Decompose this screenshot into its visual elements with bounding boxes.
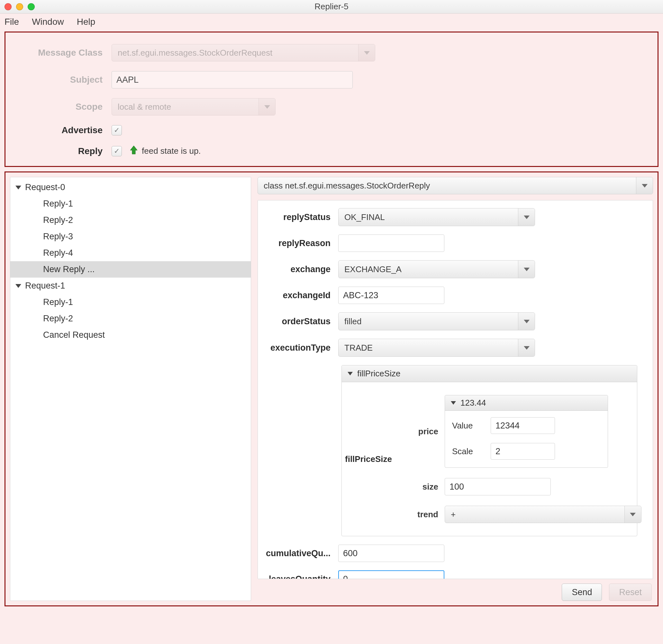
scope-label: Scope [15, 102, 112, 112]
reply-status-combo[interactable]: OK_FINAL [338, 208, 535, 226]
chevron-down-icon [348, 372, 353, 375]
send-button[interactable]: Send [562, 583, 602, 601]
order-status-combo[interactable]: filled [338, 312, 535, 330]
scope-combo: local & remote [112, 98, 276, 115]
chevron-down-icon [518, 261, 535, 278]
feed-status-text: feed state is up. [142, 146, 201, 156]
window-title: Replier-5 [315, 2, 348, 12]
titlebar: Replier-5 [0, 0, 663, 14]
tree-node-label: Request-0 [25, 182, 65, 192]
tree-leaf-new-reply[interactable]: New Reply ... [10, 261, 251, 277]
app-window: Replier-5 File Window Help Message Class… [0, 0, 663, 644]
chevron-down-icon [518, 313, 535, 330]
price-subgroup-header[interactable]: 123.44 [445, 395, 608, 411]
request-tree[interactable]: Request-0 Reply-1 Reply-2 Reply-3 Reply-… [10, 177, 251, 345]
fill-price-size-header[interactable]: fillPriceSize [342, 365, 637, 382]
request-tree-pane: Request-0 Reply-1 Reply-2 Reply-3 Reply-… [10, 177, 251, 601]
size-label: size [406, 482, 438, 492]
scope-value: local & remote [112, 102, 258, 112]
subject-label: Subject [15, 75, 112, 85]
tree-node-request-1[interactable]: Request-1 [10, 277, 251, 294]
price-scale-input[interactable] [491, 443, 555, 460]
chevron-down-icon [518, 339, 535, 356]
cumulative-quantity-label: cumulativeQu... [261, 549, 338, 558]
exchange-combo[interactable]: EXCHANGE_A [338, 260, 535, 278]
zoom-icon[interactable] [28, 3, 35, 10]
chevron-down-icon [624, 506, 641, 523]
close-icon[interactable] [4, 3, 12, 10]
reply-detail-pane: class net.sf.egui.messages.StockOrderRep… [257, 177, 653, 601]
reply-form: replyStatus OK_FINAL replyReason exchang… [257, 200, 653, 579]
execution-type-label: executionType [261, 343, 338, 353]
menubar: File Window Help [0, 14, 663, 31]
leaves-quantity-input[interactable] [338, 570, 444, 579]
tree-leaf[interactable]: Reply-2 [10, 310, 251, 327]
feed-status: feed state is up. [130, 145, 201, 157]
price-scale-label: Scale [452, 446, 484, 457]
reply-class-combo[interactable]: class net.sf.egui.messages.StockOrderRep… [257, 177, 653, 194]
trend-combo[interactable]: + [445, 506, 641, 523]
form-actions: Send Reset [257, 579, 653, 601]
execution-type-combo[interactable]: TRADE [338, 339, 535, 357]
reply-class-value: class net.sf.egui.messages.StockOrderRep… [258, 181, 636, 191]
advertise-checkbox[interactable]: ✓ [112, 125, 122, 135]
reply-reason-label: replyReason [261, 238, 338, 248]
reply-status-label: replyStatus [261, 212, 338, 222]
tree-leaf-cancel-request[interactable]: Cancel Request [10, 327, 251, 343]
trend-label: trend [406, 510, 438, 519]
tree-leaf[interactable]: Reply-1 [10, 196, 251, 212]
price-value-label: Value [452, 421, 484, 431]
message-class-value: net.sf.egui.messages.StockOrderRequest [112, 48, 358, 58]
tree-leaf[interactable]: Reply-3 [10, 228, 251, 245]
reply-reason-input[interactable] [338, 235, 444, 252]
cumulative-quantity-input[interactable] [338, 545, 444, 562]
price-label: price [406, 426, 438, 437]
arrow-up-icon [130, 145, 138, 155]
chevron-down-icon [636, 177, 653, 194]
menu-window[interactable]: Window [32, 17, 64, 27]
exchange-label: exchange [261, 264, 338, 274]
order-status-label: orderStatus [261, 316, 338, 327]
advertise-label: Advertise [15, 125, 112, 135]
reset-button: Reset [609, 583, 652, 601]
tree-leaf[interactable]: Reply-2 [10, 212, 251, 228]
subject-input[interactable] [112, 71, 353, 88]
message-class-combo: net.sf.egui.messages.StockOrderRequest [112, 44, 375, 62]
tree-node-request-0[interactable]: Request-0 [10, 179, 251, 196]
svg-marker-0 [130, 146, 137, 154]
tree-leaf[interactable]: Reply-4 [10, 245, 251, 261]
minimize-icon[interactable] [16, 3, 23, 10]
menu-help[interactable]: Help [77, 17, 95, 27]
menu-file[interactable]: File [4, 17, 19, 27]
chevron-down-icon [16, 185, 21, 190]
reply-label: Reply [15, 146, 112, 156]
fill-price-size-group: fillPriceSize fillPriceSize price [341, 365, 637, 536]
chevron-down-icon [16, 284, 21, 288]
window-controls [4, 3, 35, 10]
config-panel: Message Class net.sf.egui.messages.Stock… [4, 31, 659, 167]
fill-price-size-label: fillPriceSize [345, 454, 400, 464]
tree-node-label: Request-1 [25, 281, 65, 290]
price-value-input[interactable] [491, 417, 555, 434]
leaves-quantity-label: leavesQuantity [261, 574, 338, 579]
chevron-down-icon [258, 98, 275, 115]
message-class-label: Message Class [15, 48, 112, 58]
workspace-panel: Request-0 Reply-1 Reply-2 Reply-3 Reply-… [4, 172, 659, 606]
price-subgroup: 123.44 Value Sca [445, 395, 608, 468]
chevron-down-icon [451, 401, 456, 405]
tree-leaf[interactable]: Reply-1 [10, 294, 251, 310]
chevron-down-icon [358, 44, 375, 61]
chevron-down-icon [518, 208, 535, 226]
exchange-id-label: exchangeId [261, 290, 338, 301]
reply-checkbox[interactable]: ✓ [112, 146, 122, 156]
size-input[interactable] [445, 478, 551, 495]
exchange-id-input[interactable] [338, 287, 444, 304]
